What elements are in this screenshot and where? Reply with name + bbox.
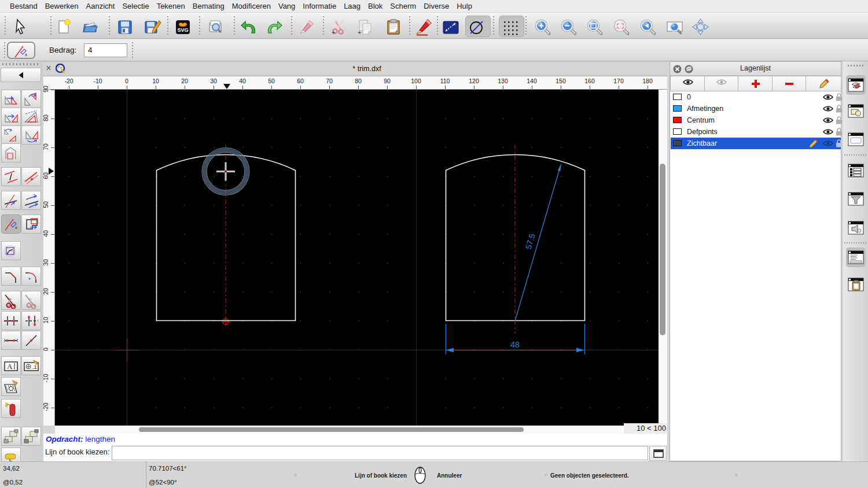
- svg-text:SVG: SVG: [177, 27, 188, 33]
- svg-text:48: 48: [510, 340, 520, 349]
- svg-text:x: x: [25, 52, 27, 57]
- svg-text:x: x: [15, 225, 17, 230]
- svg-text:+: +: [332, 29, 335, 36]
- svg-text:.1: .1: [32, 364, 37, 370]
- svg-text:+: +: [358, 29, 361, 36]
- svg-text:A: A: [7, 362, 13, 371]
